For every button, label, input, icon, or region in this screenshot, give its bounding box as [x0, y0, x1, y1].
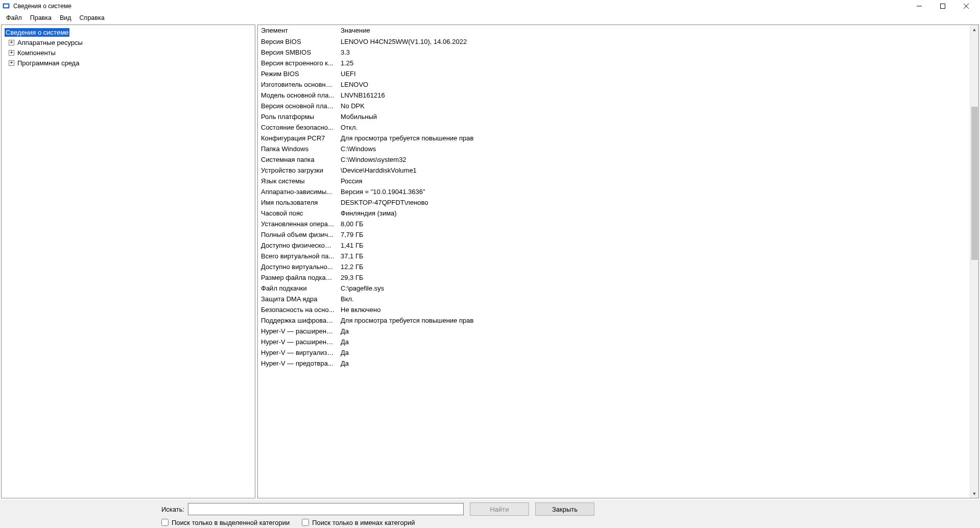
detail-value: DESKTOP-47QPFDT\леново [338, 199, 978, 206]
column-header-name[interactable]: Элемент [258, 25, 338, 36]
detail-value: Финляндия (зима) [338, 209, 978, 217]
detail-row[interactable]: Режим BIOSUEFI [258, 68, 978, 79]
detail-value: Вкл. [338, 295, 978, 303]
menubar: Файл Правка Вид Справка [0, 12, 980, 23]
checkbox-selected-category-input[interactable] [161, 519, 169, 526]
search-input[interactable] [188, 503, 464, 515]
checkbox-category-names-input[interactable] [302, 519, 309, 526]
detail-name: Модель основной пла... [258, 91, 338, 99]
detail-value: Мобильный [338, 113, 978, 121]
detail-name: Файл подкачки [258, 284, 338, 292]
details-pane: Элемент Значение Версия BIOSLENOVO H4CN2… [257, 25, 979, 498]
tree-node-software-env[interactable]: + Программная среда [4, 58, 255, 68]
detail-row[interactable]: Конфигурация PCR7Для просмотра требуется… [258, 133, 978, 143]
detail-name: Состояние безопасно... [258, 124, 338, 131]
tree-pane: Сведения о системе + Аппаратные ресурсы … [1, 25, 255, 498]
detail-value: LNVNB161216 [338, 91, 978, 99]
close-button[interactable] [954, 0, 978, 12]
detail-value: 1,41 ГБ [338, 242, 978, 249]
expand-icon[interactable]: + [9, 50, 14, 56]
scroll-up-icon[interactable]: ▲ [970, 25, 979, 34]
vertical-scrollbar[interactable]: ▲ ▼ [970, 25, 978, 498]
detail-row[interactable]: Версия встроенного к...1.25 [258, 58, 978, 68]
detail-name: Версия BIOS [258, 38, 338, 45]
tree-label: Программная среда [16, 59, 80, 67]
detail-name: Часовой пояс [258, 209, 338, 217]
detail-row[interactable]: Защита DMA ядраВкл. [258, 294, 978, 304]
detail-name: Hyper-V — предотвра... [258, 359, 338, 367]
minimize-button[interactable] [907, 0, 931, 12]
detail-row[interactable]: Системная папкаC:\Windows\system32 [258, 154, 978, 165]
find-button[interactable]: Найти [470, 502, 529, 516]
detail-name: Устройство загрузки [258, 166, 338, 174]
detail-row[interactable]: Файл подкачкиC:\pagefile.sys [258, 283, 978, 294]
detail-row[interactable]: Полный объем физич...7,79 ГБ [258, 229, 978, 240]
tree-root-label: Сведения о системе [5, 28, 69, 37]
expand-icon[interactable]: + [9, 40, 14, 45]
detail-row[interactable]: Доступно виртуально...12,2 ГБ [258, 261, 978, 272]
detail-row[interactable]: Имя пользователяDESKTOP-47QPFDT\леново [258, 197, 978, 208]
detail-row[interactable]: Безопасность на осно...Не включено [258, 304, 978, 315]
app-icon [2, 2, 10, 10]
detail-row[interactable]: Устройство загрузки\Device\HarddiskVolum… [258, 165, 978, 176]
detail-name: Hyper-V — расширени... [258, 327, 338, 335]
detail-name: Аппаратно-зависимы... [258, 188, 338, 196]
detail-row[interactable]: Размер файла подкачки29,3 ГБ [258, 272, 978, 283]
column-header-value[interactable]: Значение [338, 25, 978, 36]
detail-value: C:\pagefile.sys [338, 284, 978, 292]
svg-rect-3 [941, 4, 945, 9]
tree-root-node[interactable]: Сведения о системе [4, 27, 255, 37]
detail-name: Язык системы [258, 177, 338, 185]
titlebar: Сведения о системе [0, 0, 980, 12]
detail-name: Защита DMA ядра [258, 295, 338, 303]
detail-value: UEFI [338, 70, 978, 78]
detail-name: Поддержка шифрован... [258, 317, 338, 324]
detail-row[interactable]: Hyper-V — расширени...Да [258, 326, 978, 337]
checkbox-selected-category[interactable]: Поиск только в выделенной категории [161, 519, 290, 526]
detail-row[interactable]: Hyper-V — предотвра...Да [258, 358, 978, 369]
detail-value: LENOVO H4CN25WW(V1.10), 14.06.2022 [338, 38, 978, 45]
detail-row[interactable]: Изготовитель основно...LENOVO [258, 79, 978, 90]
detail-row[interactable]: Hyper-V — виртуализа...Да [258, 347, 978, 358]
detail-value: 1.25 [338, 59, 978, 67]
tree-label: Компоненты [16, 49, 57, 57]
menu-help[interactable]: Справка [76, 13, 109, 22]
detail-name: Доступно виртуально... [258, 263, 338, 271]
detail-row[interactable]: Версия BIOSLENOVO H4CN25WW(V1.10), 14.06… [258, 36, 978, 47]
tree-node-components[interactable]: + Компоненты [4, 47, 255, 58]
detail-row[interactable]: Роль платформыМобильный [258, 111, 978, 122]
maximize-button[interactable] [931, 0, 954, 12]
detail-row[interactable]: Hyper-V — расширени...Да [258, 337, 978, 347]
detail-row[interactable]: Часовой поясФинляндия (зима) [258, 208, 978, 219]
detail-row[interactable]: Установленная операт...8,00 ГБ [258, 219, 978, 229]
detail-row[interactable]: Доступно физической ...1,41 ГБ [258, 240, 978, 251]
detail-value: Да [338, 338, 978, 346]
detail-row[interactable]: Всего виртуальной па...37,1 ГБ [258, 251, 978, 261]
menu-edit[interactable]: Правка [26, 13, 56, 22]
search-bar: Искать: Найти Закрыть Поиск только в выд… [0, 499, 980, 528]
detail-row[interactable]: Состояние безопасно...Откл. [258, 122, 978, 133]
detail-name: Доступно физической ... [258, 242, 338, 249]
detail-name: Конфигурация PCR7 [258, 134, 338, 142]
tree-node-hardware[interactable]: + Аппаратные ресурсы [4, 37, 255, 47]
menu-file[interactable]: Файл [2, 13, 26, 22]
menu-view[interactable]: Вид [56, 13, 76, 22]
detail-row[interactable]: Версия SMBIOS3.3 [258, 47, 978, 58]
detail-row[interactable]: Версия основной платыNo DPK [258, 101, 978, 111]
close-find-button[interactable]: Закрыть [535, 502, 594, 516]
details-body[interactable]: Версия BIOSLENOVO H4CN25WW(V1.10), 14.06… [258, 36, 978, 498]
details-header[interactable]: Элемент Значение [258, 25, 978, 36]
main-split: Сведения о системе + Аппаратные ресурсы … [0, 23, 980, 499]
detail-row[interactable]: Поддержка шифрован...Для просмотра требу… [258, 315, 978, 326]
detail-value: Россия [338, 177, 978, 185]
detail-row[interactable]: Язык системыРоссия [258, 176, 978, 186]
scroll-down-icon[interactable]: ▼ [970, 489, 979, 498]
detail-row[interactable]: Папка WindowsC:\Windows [258, 143, 978, 154]
detail-value: 37,1 ГБ [338, 252, 978, 260]
detail-value: LENOVO [338, 81, 978, 88]
detail-row[interactable]: Модель основной пла...LNVNB161216 [258, 90, 978, 101]
expand-icon[interactable]: + [9, 60, 14, 66]
checkbox-category-names[interactable]: Поиск только в именах категорий [302, 519, 415, 526]
scroll-thumb[interactable] [971, 107, 978, 260]
detail-row[interactable]: Аппаратно-зависимы...Версия = "10.0.1904… [258, 186, 978, 197]
